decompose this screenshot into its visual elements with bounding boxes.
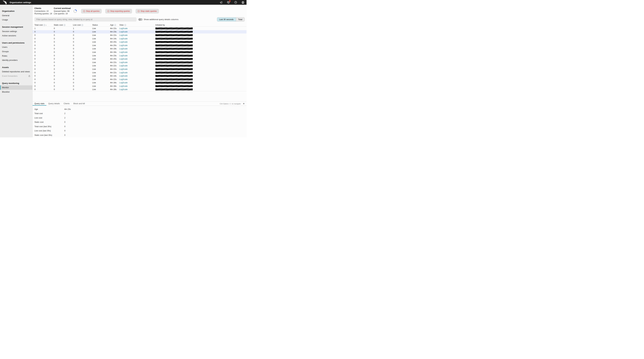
sidebar-item-usage[interactable]: Usage xyxy=(0,18,32,22)
query-row[interactable]: 000Live4m 22sLogScale xyxy=(32,71,246,74)
query-row[interactable]: 000Live4m 16sLogScale xyxy=(32,81,246,84)
query-row[interactable]: 000Live4m 23sLogScale xyxy=(32,30,246,34)
view-link[interactable]: LogScale xyxy=(119,48,128,50)
stop-static-queries-button[interactable]: iStop static queries xyxy=(136,9,159,14)
static-cost-cell: 0 xyxy=(54,68,73,70)
view-link[interactable]: LogScale xyxy=(119,72,128,74)
query-row[interactable]: 000Live4m 22sLogScale xyxy=(32,68,246,71)
query-filter-input[interactable] xyxy=(34,17,136,22)
info-icon[interactable]: i xyxy=(64,24,66,26)
sidebar-item-event-forwarders[interactable]: Event forwarders xyxy=(0,74,32,78)
info-icon: i xyxy=(108,10,109,12)
view-link[interactable]: LogScale xyxy=(119,78,128,80)
filter-row: ✕ Show additional query details columns … xyxy=(34,17,245,22)
query-row[interactable]: 000Live4m 14sLogScale xyxy=(32,74,246,78)
additional-columns-toggle-label: Show additional query details columns xyxy=(144,18,178,20)
static-cost-cell: 0 xyxy=(54,61,73,64)
view-link[interactable]: LogScale xyxy=(119,82,128,84)
view-link[interactable]: LogScale xyxy=(119,75,128,77)
query-row[interactable]: 000Live4m 16sLogScale xyxy=(32,50,246,54)
static-cost-cell: 0 xyxy=(54,51,73,53)
svg-text:?: ? xyxy=(235,2,236,3)
view-link[interactable]: LogScale xyxy=(119,64,128,67)
query-row[interactable]: 000Live4m 23sLogScale xyxy=(32,54,246,57)
tab-clients[interactable]: Clients xyxy=(62,102,72,106)
query-row[interactable]: 000Live4m 19sLogScale xyxy=(32,47,246,50)
sidebar-item-roles[interactable]: Roles xyxy=(0,54,32,58)
info-icon[interactable]: i xyxy=(124,24,126,26)
age-cell: 4m 20s xyxy=(110,44,119,46)
view-link[interactable]: LogScale xyxy=(119,44,128,46)
cost-range-segmented-control: Last 30 seconds Total xyxy=(217,17,245,22)
stop-exporting-queries-button[interactable]: iStop exporting queries xyxy=(105,9,132,14)
column-header-initiated-by[interactable]: Initiated by xyxy=(155,24,246,26)
sidebar-item-users[interactable]: Users xyxy=(0,45,32,49)
sidebar-item-blocklist[interactable]: Blocklist xyxy=(0,90,32,94)
additional-columns-toggle[interactable]: ✕ xyxy=(138,18,142,21)
sidebar-item-active-sessions[interactable]: Active sessions xyxy=(0,34,32,38)
live-cost-cell: 0 xyxy=(73,64,92,67)
query-row[interactable]: 000Live4m 16sLogScale xyxy=(32,88,246,91)
sidebar-item-session-settings[interactable]: Session settings xyxy=(0,29,32,34)
column-header-total-cost[interactable]: Total costi↓ xyxy=(34,24,54,26)
view-link[interactable]: LogScale xyxy=(119,58,128,60)
view-link[interactable]: LogScale xyxy=(119,54,128,57)
static-cost-cell: 0 xyxy=(54,54,73,57)
view-link[interactable]: LogScale xyxy=(119,38,128,40)
query-row[interactable]: 000Live4m 14sLogScale xyxy=(32,37,246,40)
view-link[interactable]: LogScale xyxy=(119,34,128,36)
query-row[interactable]: 000Live4m 16sLogScale xyxy=(32,84,246,88)
column-header-view[interactable]: Viewi xyxy=(119,24,155,26)
info-icon[interactable]: i xyxy=(82,24,83,26)
tab-block-and-kill[interactable]: Block and kill xyxy=(72,102,87,106)
query-row[interactable]: 000Live4m 22sLogScale xyxy=(32,64,246,68)
column-header-static-cost[interactable]: Static costi xyxy=(54,24,73,26)
view-link[interactable]: LogScale xyxy=(119,85,128,87)
age-cell: 4m 22s xyxy=(110,72,119,74)
view-link[interactable]: LogScale xyxy=(119,88,128,90)
view-link[interactable]: LogScale xyxy=(119,31,128,33)
query-row[interactable]: 101Live4m 22sLogScale xyxy=(32,27,246,30)
sidebar-item-deleted-repositories-and-views[interactable]: Deleted repositories and views xyxy=(0,70,32,74)
live-cost-cell: 0 xyxy=(73,38,92,40)
info-icon[interactable]: i xyxy=(114,24,116,26)
view-link[interactable]: LogScale xyxy=(119,27,128,30)
stop-all-queries-button[interactable]: iStop all queries xyxy=(81,9,102,14)
query-row[interactable]: 000Live4m 22sLogScale xyxy=(32,78,246,81)
query-row[interactable]: 000Live4m 20sLogScale xyxy=(32,57,246,61)
notifications-icon[interactable] xyxy=(227,1,230,4)
info-icon[interactable]: i xyxy=(44,24,45,26)
column-header-live-cost[interactable]: Live costi xyxy=(73,24,92,26)
view-link[interactable]: LogScale xyxy=(119,68,128,70)
query-row[interactable]: 000Live4m 20sLogScale xyxy=(32,40,246,44)
loading-spinner xyxy=(73,9,78,14)
sidebar-item-groups[interactable]: Groups xyxy=(0,49,32,54)
column-header-label: Age xyxy=(110,24,114,26)
query-row[interactable]: 000Live4m 22sLogScale xyxy=(32,61,246,64)
help-icon[interactable]: ? xyxy=(234,1,237,4)
announcements-icon[interactable] xyxy=(220,1,223,4)
range-total-button[interactable]: Total xyxy=(236,18,244,22)
sidebar-section-query-monitoring: Query monitoring xyxy=(0,81,32,85)
static-cost-cell: 0 xyxy=(54,38,73,40)
static-cost-cell: 0 xyxy=(54,44,73,46)
initiated-by-cell xyxy=(155,65,246,67)
total-cost-cell: 0 xyxy=(34,68,54,70)
view-link[interactable]: LogScale xyxy=(119,51,128,53)
column-header-age[interactable]: Agei xyxy=(110,24,119,26)
sidebar-item-identity-providers[interactable]: Identity providers xyxy=(0,58,32,62)
column-header-status[interactable]: Status xyxy=(92,24,110,26)
account-icon[interactable] xyxy=(241,1,244,4)
query-row[interactable]: 000Live4m 22sLogScale xyxy=(32,34,246,37)
sidebar-item-general[interactable]: General xyxy=(0,13,32,18)
tab-query-details[interactable]: Query details xyxy=(46,102,62,106)
tab-query-stats[interactable]: Query stats xyxy=(32,102,46,106)
status-cell: Live xyxy=(92,75,110,77)
range-last-30-seconds-button[interactable]: Last 30 seconds xyxy=(217,18,236,22)
sidebar-item-monitor[interactable]: Monitor xyxy=(0,85,32,90)
view-link[interactable]: LogScale xyxy=(119,41,128,43)
view-link[interactable]: LogScale xyxy=(119,61,128,64)
query-row[interactable]: 000Live4m 20sLogScale xyxy=(32,44,246,47)
age-cell: 4m 16s xyxy=(110,82,119,84)
close-icon[interactable]: ✕ xyxy=(243,102,245,105)
